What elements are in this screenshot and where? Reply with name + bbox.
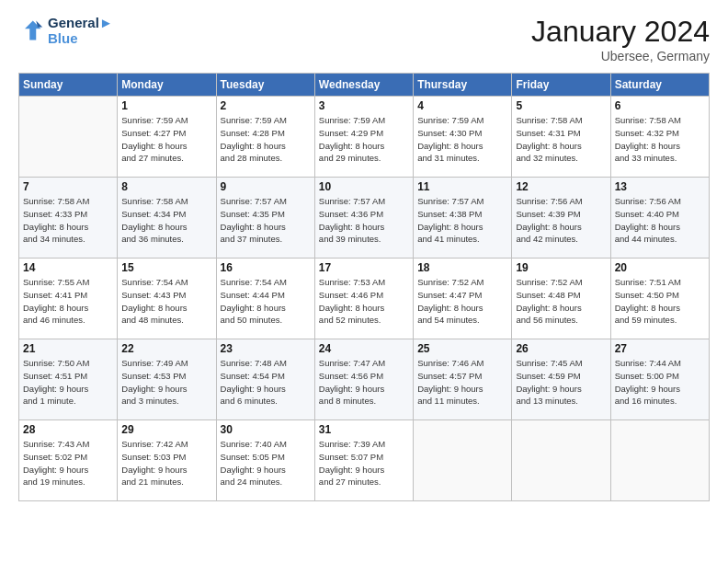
table-row	[414, 420, 512, 501]
table-row: 7Sunrise: 7:58 AM Sunset: 4:33 PM Daylig…	[19, 178, 118, 259]
day-info: Sunrise: 7:58 AM Sunset: 4:31 PM Dayligh…	[516, 114, 606, 165]
day-info: Sunrise: 7:52 AM Sunset: 4:47 PM Dayligh…	[417, 276, 507, 327]
day-info: Sunrise: 7:42 AM Sunset: 5:03 PM Dayligh…	[121, 438, 211, 488]
table-row: 11Sunrise: 7:57 AM Sunset: 4:38 PM Dayli…	[414, 178, 512, 259]
day-number: 19	[516, 261, 606, 274]
table-row: 2Sunrise: 7:59 AM Sunset: 4:28 PM Daylig…	[216, 97, 314, 178]
page: General► Blue January 2024 Ubersee, Germ…	[0, 0, 728, 563]
day-info: Sunrise: 7:56 AM Sunset: 4:39 PM Dayligh…	[516, 195, 606, 246]
table-row: 24Sunrise: 7:47 AM Sunset: 4:56 PM Dayli…	[314, 339, 413, 420]
day-number: 18	[417, 261, 507, 274]
table-row: 4Sunrise: 7:59 AM Sunset: 4:30 PM Daylig…	[414, 97, 512, 178]
day-info: Sunrise: 7:43 AM Sunset: 5:02 PM Dayligh…	[23, 438, 113, 488]
logo-icon	[18, 17, 44, 43]
calendar-week-row: 28Sunrise: 7:43 AM Sunset: 5:02 PM Dayli…	[19, 420, 710, 501]
day-info: Sunrise: 7:54 AM Sunset: 4:44 PM Dayligh…	[221, 276, 311, 327]
day-number: 23	[221, 342, 311, 355]
table-row	[19, 97, 118, 178]
table-row: 18Sunrise: 7:52 AM Sunset: 4:47 PM Dayli…	[414, 259, 512, 339]
title-block: January 2024 Ubersee, Germany	[531, 15, 710, 63]
calendar-week-row: 21Sunrise: 7:50 AM Sunset: 4:51 PM Dayli…	[19, 339, 710, 420]
table-row: 29Sunrise: 7:42 AM Sunset: 5:03 PM Dayli…	[118, 420, 216, 501]
table-row: 1Sunrise: 7:59 AM Sunset: 4:27 PM Daylig…	[118, 97, 216, 178]
col-tuesday: Tuesday	[216, 74, 314, 97]
day-number: 13	[615, 180, 705, 193]
day-info: Sunrise: 7:50 AM Sunset: 4:51 PM Dayligh…	[23, 357, 113, 408]
day-number: 31	[319, 423, 409, 436]
day-info: Sunrise: 7:49 AM Sunset: 4:53 PM Dayligh…	[121, 357, 211, 408]
day-info: Sunrise: 7:59 AM Sunset: 4:27 PM Dayligh…	[121, 114, 211, 165]
day-number: 7	[23, 180, 113, 193]
month-title: January 2024	[531, 15, 710, 49]
day-number: 22	[121, 342, 211, 355]
day-number: 24	[319, 342, 409, 355]
table-row: 27Sunrise: 7:44 AM Sunset: 5:00 PM Dayli…	[610, 339, 709, 420]
calendar-week-row: 14Sunrise: 7:55 AM Sunset: 4:41 PM Dayli…	[19, 259, 710, 339]
day-number: 28	[23, 423, 113, 436]
day-info: Sunrise: 7:59 AM Sunset: 4:29 PM Dayligh…	[319, 114, 409, 165]
day-number: 16	[221, 261, 311, 274]
day-number: 29	[121, 423, 211, 436]
day-info: Sunrise: 7:59 AM Sunset: 4:30 PM Dayligh…	[417, 114, 507, 165]
day-number: 21	[23, 342, 113, 355]
col-monday: Monday	[118, 74, 216, 97]
day-info: Sunrise: 7:59 AM Sunset: 4:28 PM Dayligh…	[221, 114, 311, 165]
day-info: Sunrise: 7:39 AM Sunset: 5:07 PM Dayligh…	[319, 438, 409, 488]
day-number: 30	[221, 423, 311, 436]
day-number: 20	[615, 261, 705, 274]
day-info: Sunrise: 7:58 AM Sunset: 4:34 PM Dayligh…	[121, 195, 211, 246]
day-info: Sunrise: 7:57 AM Sunset: 4:38 PM Dayligh…	[417, 195, 507, 246]
table-row: 31Sunrise: 7:39 AM Sunset: 5:07 PM Dayli…	[314, 420, 413, 501]
table-row: 9Sunrise: 7:57 AM Sunset: 4:35 PM Daylig…	[216, 178, 314, 259]
col-wednesday: Wednesday	[314, 74, 413, 97]
day-info: Sunrise: 7:46 AM Sunset: 4:57 PM Dayligh…	[417, 357, 507, 408]
table-row	[610, 420, 709, 501]
table-row: 6Sunrise: 7:58 AM Sunset: 4:32 PM Daylig…	[610, 97, 709, 178]
col-friday: Friday	[512, 74, 610, 97]
calendar-header-row: Sunday Monday Tuesday Wednesday Thursday…	[19, 74, 710, 97]
table-row: 5Sunrise: 7:58 AM Sunset: 4:31 PM Daylig…	[512, 97, 610, 178]
day-number: 10	[319, 180, 409, 193]
day-info: Sunrise: 7:52 AM Sunset: 4:48 PM Dayligh…	[516, 276, 606, 327]
day-number: 1	[121, 99, 211, 112]
day-info: Sunrise: 7:47 AM Sunset: 4:56 PM Dayligh…	[319, 357, 409, 408]
header: General► Blue January 2024 Ubersee, Germ…	[18, 15, 710, 63]
day-number: 25	[417, 342, 507, 355]
day-number: 12	[516, 180, 606, 193]
day-info: Sunrise: 7:58 AM Sunset: 4:32 PM Dayligh…	[615, 114, 705, 165]
table-row	[512, 420, 610, 501]
day-number: 11	[417, 180, 507, 193]
day-number: 5	[516, 99, 606, 112]
table-row: 28Sunrise: 7:43 AM Sunset: 5:02 PM Dayli…	[19, 420, 118, 501]
table-row: 22Sunrise: 7:49 AM Sunset: 4:53 PM Dayli…	[118, 339, 216, 420]
day-info: Sunrise: 7:45 AM Sunset: 4:59 PM Dayligh…	[516, 357, 606, 408]
table-row: 23Sunrise: 7:48 AM Sunset: 4:54 PM Dayli…	[216, 339, 314, 420]
calendar-table: Sunday Monday Tuesday Wednesday Thursday…	[18, 73, 710, 501]
table-row: 8Sunrise: 7:58 AM Sunset: 4:34 PM Daylig…	[118, 178, 216, 259]
col-thursday: Thursday	[414, 74, 512, 97]
table-row: 19Sunrise: 7:52 AM Sunset: 4:48 PM Dayli…	[512, 259, 610, 339]
day-number: 27	[615, 342, 705, 355]
day-number: 9	[221, 180, 311, 193]
day-number: 4	[417, 99, 507, 112]
day-number: 14	[23, 261, 113, 274]
table-row: 12Sunrise: 7:56 AM Sunset: 4:39 PM Dayli…	[512, 178, 610, 259]
day-info: Sunrise: 7:48 AM Sunset: 4:54 PM Dayligh…	[221, 357, 311, 408]
day-number: 17	[319, 261, 409, 274]
day-number: 15	[121, 261, 211, 274]
col-sunday: Sunday	[19, 74, 118, 97]
table-row: 30Sunrise: 7:40 AM Sunset: 5:05 PM Dayli…	[216, 420, 314, 501]
table-row: 26Sunrise: 7:45 AM Sunset: 4:59 PM Dayli…	[512, 339, 610, 420]
table-row: 20Sunrise: 7:51 AM Sunset: 4:50 PM Dayli…	[610, 259, 709, 339]
table-row: 14Sunrise: 7:55 AM Sunset: 4:41 PM Dayli…	[19, 259, 118, 339]
day-info: Sunrise: 7:57 AM Sunset: 4:36 PM Dayligh…	[319, 195, 409, 246]
day-number: 6	[615, 99, 705, 112]
table-row: 10Sunrise: 7:57 AM Sunset: 4:36 PM Dayli…	[314, 178, 413, 259]
day-number: 2	[221, 99, 311, 112]
day-info: Sunrise: 7:51 AM Sunset: 4:50 PM Dayligh…	[615, 276, 705, 327]
day-info: Sunrise: 7:40 AM Sunset: 5:05 PM Dayligh…	[221, 438, 311, 488]
table-row: 13Sunrise: 7:56 AM Sunset: 4:40 PM Dayli…	[610, 178, 709, 259]
location: Ubersee, Germany	[531, 49, 710, 63]
table-row: 3Sunrise: 7:59 AM Sunset: 4:29 PM Daylig…	[314, 97, 413, 178]
col-saturday: Saturday	[610, 74, 709, 97]
